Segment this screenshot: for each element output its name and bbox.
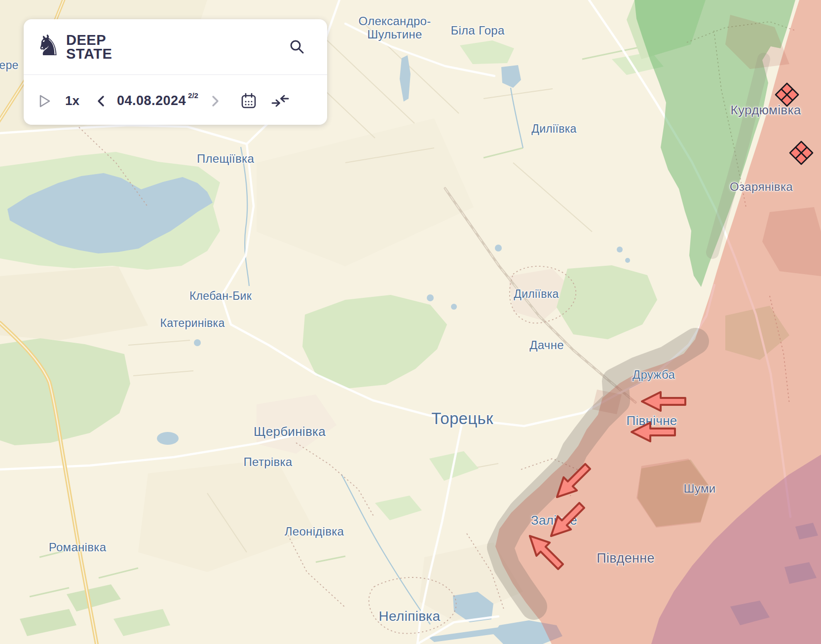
brand-line2: STATE bbox=[66, 47, 112, 61]
compare-arrows-icon bbox=[271, 94, 289, 108]
compare-dates-button[interactable] bbox=[269, 92, 291, 110]
date-page-indicator: 2/2 bbox=[188, 91, 198, 100]
speed-button[interactable]: 1x bbox=[65, 93, 79, 108]
attack-arrow-icon bbox=[550, 460, 594, 503]
brand-wordmark: DEEP STATE bbox=[66, 33, 112, 61]
battle-marker-icon bbox=[776, 83, 798, 106]
brand-line1: DEEP bbox=[66, 33, 112, 47]
play-button[interactable] bbox=[37, 92, 53, 110]
calendar-icon bbox=[241, 93, 257, 109]
chevron-left-icon bbox=[96, 95, 106, 107]
control-panel: ♞ DEEP STATE 1x bbox=[24, 19, 327, 125]
calendar-button[interactable] bbox=[239, 91, 259, 111]
knight-icon: ♞ bbox=[36, 31, 61, 60]
play-icon bbox=[39, 94, 51, 108]
attack-arrow-icon bbox=[523, 529, 567, 573]
battle-marker-icon bbox=[790, 142, 813, 164]
current-date: 04.08.2024 bbox=[117, 93, 186, 108]
next-date-button[interactable] bbox=[208, 93, 222, 109]
attack-arrow-icon bbox=[642, 392, 685, 411]
deepstate-logo[interactable]: ♞ DEEP STATE bbox=[36, 33, 112, 61]
attack-arrow-icon bbox=[632, 423, 675, 441]
deepstate-map-app: Олександро- ШультинеБіла ГораДиліївкаПле… bbox=[0, 0, 821, 644]
attack-arrow-icon bbox=[544, 499, 588, 542]
date-display[interactable]: 04.08.2024 2/2 bbox=[117, 93, 198, 108]
playback-controls: 1x 04.08.2024 2/2 bbox=[24, 75, 327, 125]
panel-header: ♞ DEEP STATE bbox=[24, 19, 327, 74]
search-icon bbox=[289, 38, 305, 55]
prev-date-button[interactable] bbox=[94, 93, 108, 109]
search-button[interactable] bbox=[287, 36, 307, 57]
chevron-right-icon bbox=[210, 95, 220, 107]
